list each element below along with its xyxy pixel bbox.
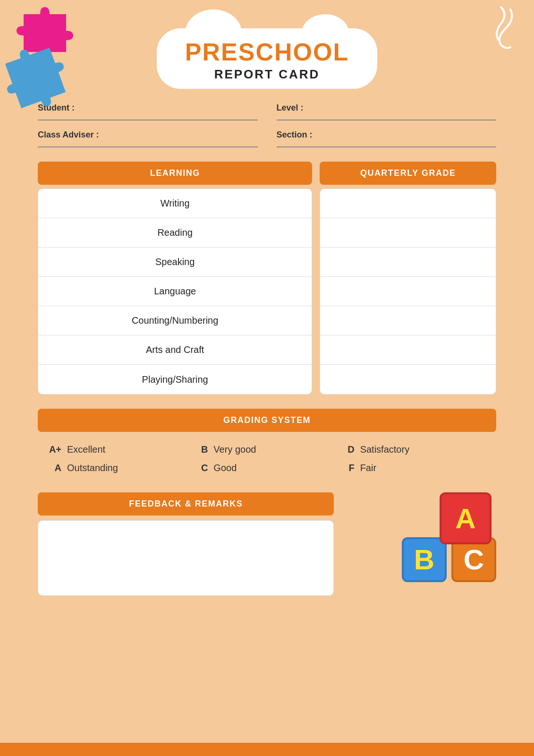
section-line bbox=[277, 143, 497, 147]
table-row: Reading bbox=[38, 218, 312, 248]
grading-section: GRADING SYSTEM A+ Excellent A Outstandin… bbox=[38, 409, 496, 478]
level-line bbox=[277, 116, 497, 120]
grade-column: QUARTERLY GRADE bbox=[320, 162, 496, 395]
learning-table-section: LEARNING Writing Reading Speaking Langua… bbox=[38, 162, 496, 395]
feedback-left: FEEDBACK & REMARKS bbox=[38, 492, 334, 596]
grade-letter: C bbox=[194, 463, 208, 473]
preschool-title: PRESCHOOL bbox=[185, 38, 349, 66]
list-item: A+ Excellent bbox=[47, 444, 194, 455]
table-row: Playing/Sharing bbox=[38, 365, 312, 394]
grade-table-body bbox=[320, 189, 496, 395]
grade-row[interactable] bbox=[320, 335, 496, 365]
grade-letter: A bbox=[47, 463, 61, 473]
grade-col-1: A+ Excellent A Outstanding bbox=[47, 444, 194, 473]
table-row: Writing bbox=[38, 189, 312, 218]
main-content: Student : Level : Class Adviser : Sectio… bbox=[38, 103, 496, 596]
feedback-section: FEEDBACK & REMARKS A B C bbox=[38, 492, 496, 596]
grade-description: Very good bbox=[213, 444, 256, 455]
grade-letter: F bbox=[340, 463, 355, 473]
block-B: B bbox=[402, 537, 447, 582]
learning-table-body: Writing Reading Speaking Language Counti… bbox=[38, 189, 312, 395]
table-row: Counting/Numbering bbox=[38, 306, 312, 335]
list-item: F Fair bbox=[340, 463, 487, 473]
grade-row[interactable] bbox=[320, 306, 496, 335]
table-row: Speaking bbox=[38, 248, 312, 277]
grade-row[interactable] bbox=[320, 218, 496, 248]
table-wrapper: LEARNING Writing Reading Speaking Langua… bbox=[38, 162, 496, 395]
table-row: Arts and Craft bbox=[38, 335, 312, 365]
feedback-right: A B C bbox=[348, 492, 496, 582]
grade-col-3: D Satisfactory F Fair bbox=[340, 444, 487, 473]
grade-row[interactable] bbox=[320, 189, 496, 218]
feedback-box[interactable] bbox=[38, 520, 334, 596]
bottom-bar bbox=[0, 743, 534, 756]
grade-description: Excellent bbox=[67, 444, 105, 455]
title-area: PRESCHOOL REPORT CARD bbox=[0, 28, 534, 89]
learning-header: LEARNING bbox=[38, 162, 312, 185]
info-section: Student : Level : bbox=[38, 103, 496, 120]
learning-column: LEARNING Writing Reading Speaking Langua… bbox=[38, 162, 312, 395]
level-label: Level : bbox=[277, 103, 304, 112]
level-field: Level : bbox=[277, 103, 497, 120]
adviser-line bbox=[38, 143, 258, 147]
report-card-subtitle: REPORT CARD bbox=[185, 67, 349, 82]
adviser-field: Class Adviser : bbox=[38, 130, 258, 147]
table-row: Language bbox=[38, 277, 312, 306]
feedback-header: FEEDBACK & REMARKS bbox=[38, 492, 334, 515]
grade-description: Fair bbox=[360, 463, 376, 473]
grade-row[interactable] bbox=[320, 365, 496, 394]
grade-row[interactable] bbox=[320, 277, 496, 306]
grade-header: QUARTERLY GRADE bbox=[320, 162, 496, 185]
grade-letter: D bbox=[340, 444, 355, 455]
section-label: Section : bbox=[277, 130, 313, 139]
grade-description: Outstanding bbox=[67, 463, 118, 473]
grade-row[interactable] bbox=[320, 248, 496, 277]
section-field: Section : bbox=[277, 130, 497, 147]
list-item: D Satisfactory bbox=[340, 444, 487, 455]
grade-letter: A+ bbox=[47, 444, 61, 455]
grade-letter: B bbox=[194, 444, 208, 455]
grading-grid: A+ Excellent A Outstanding B Very good C… bbox=[38, 439, 496, 478]
grading-header: GRADING SYSTEM bbox=[38, 409, 496, 432]
grade-description: Satisfactory bbox=[360, 444, 409, 455]
grade-description: Good bbox=[213, 463, 237, 473]
list-item: C Good bbox=[194, 463, 340, 473]
list-item: A Outstanding bbox=[47, 463, 194, 473]
grade-col-2: B Very good C Good bbox=[194, 444, 340, 473]
list-item: B Very good bbox=[194, 444, 340, 455]
cloud-shape: PRESCHOOL REPORT CARD bbox=[157, 28, 377, 89]
abc-blocks-decoration: A B C bbox=[402, 492, 496, 582]
info-section-2: Class Adviser : Section : bbox=[38, 130, 496, 147]
block-A: A bbox=[440, 492, 492, 544]
